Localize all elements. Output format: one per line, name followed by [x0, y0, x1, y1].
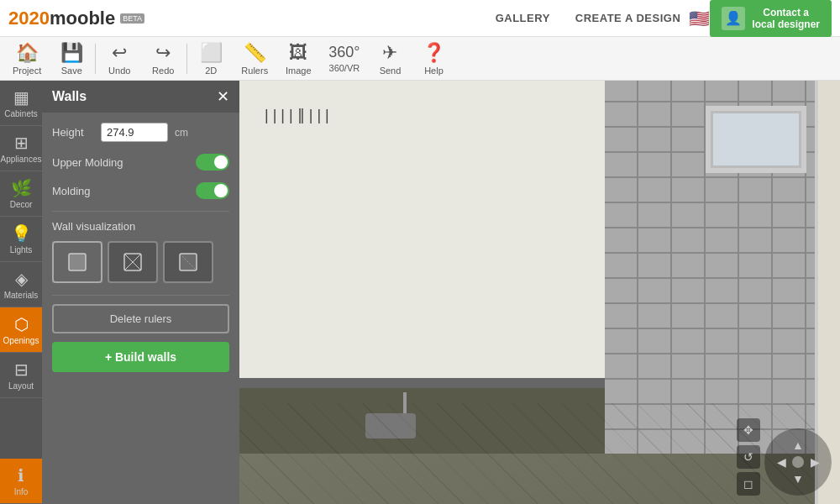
project-label: Project [13, 66, 41, 76]
nav-move-button[interactable]: ✥ [737, 418, 760, 442]
nav-compass[interactable]: ▲ ◀ ▶ ▼ [764, 428, 832, 496]
save-label: Save [61, 66, 82, 76]
panel-separator-2 [52, 295, 229, 296]
save-icon: 💾 [60, 42, 83, 64]
upper-molding-label: Upper Molding [52, 156, 123, 169]
redo-label: Redo [152, 66, 174, 76]
lights-label: Lights [10, 245, 33, 255]
window-frame [706, 106, 806, 173]
materials-label: Materials [4, 291, 39, 300]
sidebar-item-cabinets[interactable]: ▦ Cabinets [0, 81, 42, 126]
walls-panel: Walls ✕ Height cm Upper Molding Molding … [42, 81, 239, 504]
main-area: ▦ Cabinets ⊞ Appliances 🌿 Decor 💡 Lights… [0, 81, 840, 504]
appliances-label: Appliances [1, 155, 42, 164]
nav-down-arrow[interactable]: ▼ [792, 472, 804, 486]
lights-icon: 💡 [11, 223, 32, 244]
sidebar-item-layout[interactable]: ⊟ Layout [0, 353, 42, 398]
flag-icon: 🇺🇸 [689, 8, 710, 29]
help-button[interactable]: ❓ Help [412, 39, 455, 79]
cabinets-icon: ▦ [13, 87, 29, 108]
undo-icon: ↩ [112, 42, 127, 64]
sidebar-item-appliances[interactable]: ⊞ Appliances [0, 126, 42, 171]
info-icon: ℹ [18, 465, 24, 486]
height-input[interactable] [101, 123, 168, 142]
save-button[interactable]: 💾 Save [50, 39, 93, 79]
molding-row: Molding [52, 182, 229, 199]
undo-button[interactable]: ↩ Undo [97, 39, 141, 79]
panel-close-button[interactable]: ✕ [217, 89, 229, 104]
decor-icon: 🌿 [11, 178, 32, 198]
rulers-button[interactable]: 📏 Rulers [233, 39, 276, 79]
layout-icon: ⊟ [14, 360, 29, 380]
2d-button[interactable]: ⬜ 2D [189, 39, 233, 79]
stone-wall [605, 81, 840, 454]
cabinets-label: Cabinets [4, 109, 37, 118]
sidebar-item-openings[interactable]: ⬡ Openings [0, 307, 42, 353]
molding-toggle[interactable] [196, 182, 229, 199]
toolbar-separator-2 [186, 44, 187, 74]
image-icon: 🖼 [289, 42, 307, 64]
panel-separator-1 [52, 211, 229, 212]
materials-icon: ◈ [15, 269, 28, 289]
undo-label: Undo [108, 66, 130, 76]
sidebar-item-decor[interactable]: 🌿 Decor [0, 171, 42, 217]
360vr-button[interactable]: 360° 360/VR [320, 40, 368, 76]
window-inner [711, 111, 801, 168]
toolbar: 🏠 Project 💾 Save ↩ Undo ↪ Redo ⬜ 2D 📏 Ru… [0, 37, 840, 81]
nav-rotate-button[interactable]: ↺ [737, 445, 760, 469]
project-button[interactable]: 🏠 Project [4, 39, 50, 79]
upper-molding-row: Upper Molding [52, 154, 229, 171]
nav-3d-button[interactable]: ◻ [737, 472, 760, 496]
gallery-link[interactable]: GALLERY [496, 12, 550, 24]
info-label: Info [14, 487, 29, 496]
panel-title: Walls [52, 89, 87, 104]
contact-btn-label: Contact alocal designer [752, 7, 820, 30]
height-field-row: Height cm [52, 123, 229, 142]
appliances-icon: ⊞ [14, 133, 29, 153]
toolbar-separator [95, 44, 96, 74]
molding-label: Molding [52, 185, 91, 197]
svg-rect-0 [69, 254, 86, 270]
panel-header: Walls ✕ [42, 81, 239, 113]
delete-rulers-button[interactable]: Delete rulers [52, 304, 229, 333]
nav-up-arrow[interactable]: ▲ [792, 438, 804, 452]
vis-wireframe-button[interactable] [108, 241, 158, 283]
nav-arrows: ▲ ◀ ▶ ▼ [773, 437, 823, 487]
360vr-label: 360/VR [329, 63, 360, 73]
upper-molding-toggle[interactable] [196, 154, 229, 171]
send-label: Send [380, 66, 402, 76]
image-button[interactable]: 🖼 Image [276, 39, 320, 79]
nav-center [792, 456, 804, 468]
layout-label: Layout [8, 381, 34, 391]
logo: 2020mooble BETA [8, 8, 144, 29]
create-design-link[interactable]: CREATE A DESIGN [575, 12, 680, 24]
build-walls-button[interactable]: + Build walls [52, 342, 229, 372]
vis-transparent-button[interactable] [163, 241, 213, 283]
vis-solid-icon [65, 249, 90, 275]
redo-button[interactable]: ↪ Redo [141, 39, 185, 79]
counter-top [239, 378, 605, 388]
image-label: Image [286, 66, 312, 76]
visualization-options [52, 241, 229, 283]
contact-designer-button[interactable]: 👤 Contact alocal designer [710, 0, 832, 37]
nav-left-arrow[interactable]: ◀ [777, 455, 786, 469]
sidebar-item-materials[interactable]: ◈ Materials [0, 262, 42, 307]
redo-icon: ↪ [155, 42, 171, 64]
logo-badge: BETA [120, 13, 144, 24]
help-label: Help [424, 66, 444, 76]
sidebar-item-info[interactable]: ℹ Info [0, 459, 42, 504]
rulers-icon: 📏 [244, 42, 266, 64]
sidebar-item-lights[interactable]: 💡 Lights [0, 217, 42, 262]
vis-transparent-icon [176, 249, 201, 275]
decor-label: Decor [10, 200, 33, 209]
nav-right-arrow[interactable]: ▶ [811, 455, 820, 469]
back-wall: ||||‖||| [239, 81, 605, 403]
header: 2020mooble BETA GALLERY CREATE A DESIGN … [0, 0, 840, 37]
project-icon: 🏠 [16, 42, 39, 64]
wall-visualization-label: Wall visualization [52, 220, 229, 233]
canvas-area[interactable]: ||||‖||| [239, 81, 840, 504]
vis-solid-button[interactable] [52, 241, 102, 283]
send-button[interactable]: ✈ Send [368, 39, 412, 79]
vis-wireframe-icon [120, 249, 145, 275]
height-unit: cm [175, 127, 188, 139]
